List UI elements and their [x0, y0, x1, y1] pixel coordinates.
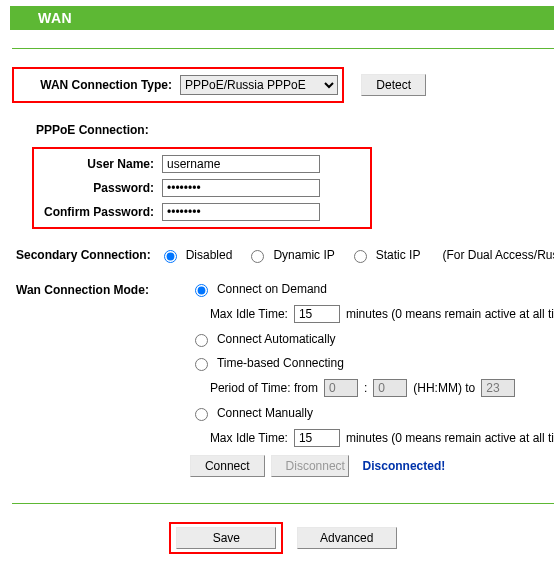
- mode-time-based[interactable]: Time-based Connecting: [190, 355, 554, 371]
- mode-on-demand-radio[interactable]: [195, 284, 208, 297]
- max-idle-input-2[interactable]: [294, 429, 340, 447]
- divider-top: [12, 48, 554, 49]
- secondary-hint: (For Dual Access/Russia: [442, 248, 554, 262]
- mode-options: Connect on Demand Max Idle Time: minutes…: [190, 281, 554, 485]
- secondary-disabled[interactable]: Disabled: [159, 247, 233, 263]
- detect-button[interactable]: Detect: [361, 74, 426, 96]
- idle-row-2: Max Idle Time: minutes (0 means remain a…: [210, 429, 554, 447]
- period-from-hh: [324, 379, 358, 397]
- secondary-dynamic[interactable]: Dynamic IP: [246, 247, 334, 263]
- footer-buttons: Save Advanced: [12, 522, 554, 554]
- pppoe-section-title: PPPoE Connection:: [36, 123, 554, 137]
- password-input[interactable]: [162, 179, 320, 197]
- disconnect-button: Disconnect: [271, 455, 349, 477]
- mode-label: Wan Connection Mode:: [12, 281, 190, 297]
- save-highlight: Save: [169, 522, 283, 554]
- confirm-password-input[interactable]: [162, 203, 320, 221]
- wan-type-group: WAN Connection Type: PPPoE/Russia PPPoE: [12, 67, 344, 103]
- connection-status: Disconnected!: [363, 459, 446, 473]
- mode-auto[interactable]: Connect Automatically: [190, 331, 554, 347]
- advanced-button[interactable]: Advanced: [297, 527, 397, 549]
- connect-button[interactable]: Connect: [190, 455, 265, 477]
- connect-row: Connect Disconnect Disconnected!: [190, 455, 554, 477]
- idle-row-1: Max Idle Time: minutes (0 means remain a…: [210, 305, 554, 323]
- period-row: Period of Time: from : (HH:MM) to: [210, 379, 554, 397]
- mode-time-radio[interactable]: [195, 358, 208, 371]
- divider-bottom: [12, 503, 554, 504]
- page-header: WAN: [10, 6, 554, 30]
- secondary-static-radio[interactable]: [354, 250, 367, 263]
- wan-type-label: WAN Connection Type:: [18, 78, 180, 92]
- pppoe-group: User Name: Password: Confirm Password:: [32, 147, 372, 229]
- max-idle-input-1[interactable]: [294, 305, 340, 323]
- save-button[interactable]: Save: [176, 527, 276, 549]
- page-title: WAN: [38, 10, 72, 26]
- secondary-row: Secondary Connection: Disabled Dynamic I…: [12, 247, 554, 263]
- wan-type-select[interactable]: PPPoE/Russia PPPoE: [180, 75, 338, 95]
- mode-manual-radio[interactable]: [195, 408, 208, 421]
- period-to-hh: [481, 379, 515, 397]
- secondary-static[interactable]: Static IP: [349, 247, 421, 263]
- secondary-label: Secondary Connection:: [12, 248, 159, 262]
- mode-on-demand[interactable]: Connect on Demand: [190, 281, 554, 297]
- period-from-mm: [373, 379, 407, 397]
- password-label: Password:: [34, 181, 162, 195]
- mode-manual[interactable]: Connect Manually: [190, 405, 554, 421]
- secondary-disabled-radio[interactable]: [164, 250, 177, 263]
- secondary-dynamic-radio[interactable]: [251, 250, 264, 263]
- username-label: User Name:: [34, 157, 162, 171]
- confirm-password-label: Confirm Password:: [34, 205, 162, 219]
- username-input[interactable]: [162, 155, 320, 173]
- mode-auto-radio[interactable]: [195, 334, 208, 347]
